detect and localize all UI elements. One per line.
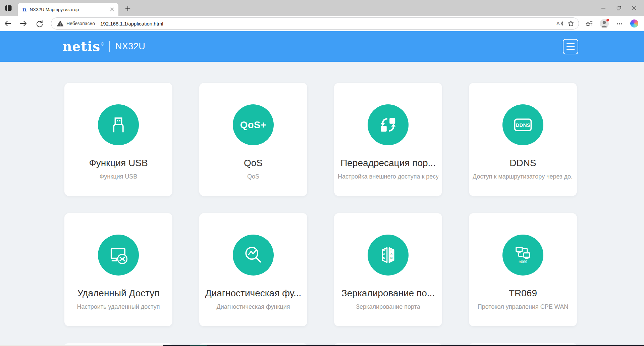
card-port-mirroring[interactable]: WAN LAN Зеркалирование по... Зеркалирова… [334,213,442,326]
card-diagnostics[interactable]: Диагностическая фу... Диагностическая фу… [199,213,307,326]
diagnostics-icon [233,235,274,276]
favorites-list-icon [585,20,593,28]
card-tr069[interactable]: tr069 TR069 Протокол управления CPE WAN [469,213,577,326]
copilot-button[interactable] [630,19,638,28]
card-subtitle: Протокол управления CPE WAN [478,303,568,310]
browser-toolbar: Небезопасно 192.168.1.1/application.html… [0,16,644,31]
card-subtitle: Доступ к маршрутизатору через до... [473,173,573,180]
card-ddns[interactable]: DDNS DDNS Доступ к маршрутизатору через … [469,83,577,196]
window-controls [596,0,642,16]
window-restore-button[interactable] [611,0,627,16]
close-icon [632,6,637,10]
card-subtitle: Зеркалирование порта [356,303,420,310]
not-secure-warning-icon [57,20,64,27]
url-text[interactable]: 192.168.1.1/application.html [100,21,552,27]
remote-access-icon [98,235,139,276]
forward-button[interactable] [19,19,28,28]
favorites-bar-button[interactable] [584,19,594,29]
new-tab-button[interactable] [123,4,132,13]
card-subtitle: Настроить удаленный доступ [77,303,160,310]
refresh-button[interactable] [35,19,44,28]
card-title: Удаленный Доступ [77,288,159,299]
add-favorite-button[interactable] [567,19,575,28]
close-icon [110,7,114,11]
ellipsis-icon [616,20,623,28]
star-icon [567,20,575,27]
card-title: Зеркалирование по... [341,288,435,299]
hamburger-menu-button[interactable] [563,39,578,54]
page-content: Функция USB Функция USB QoS+ QoS QoS [0,62,644,346]
brand-divider [109,41,110,52]
security-status-label[interactable]: Небезопасно [66,21,95,26]
lan-label: LAN [390,248,393,260]
card-port-forwarding[interactable]: Переадресация пор... Настройка внешнего … [334,83,442,196]
qos-icon: QoS+ [233,104,274,145]
card-subtitle: Настройка внешнего доступа к ресу... [338,173,438,180]
router-page-header: netis ® NX32U [0,31,644,62]
refresh-icon [35,19,44,28]
browser-tab[interactable]: n NX32U Маршрутизатор [18,3,118,16]
svg-text:tr069: tr069 [519,260,527,264]
restore-icon [616,6,621,10]
back-arrow-icon [3,19,12,28]
model-name: NX32U [115,41,146,52]
card-subtitle: Диагностическая функция [216,303,290,310]
address-bar[interactable]: Небезопасно 192.168.1.1/application.html… [51,17,579,30]
settings-menu-button[interactable] [615,19,624,29]
card-title: QoS [244,158,263,168]
tab-close-button[interactable] [109,6,115,12]
site-favicon-icon: n [22,7,26,12]
card-title: TR069 [509,288,537,299]
registered-mark: ® [101,42,104,47]
window-close-button[interactable] [627,0,642,16]
card-subtitle: QoS [247,173,259,180]
card-subtitle: Функция USB [100,173,138,180]
card-title: Функция USB [89,158,148,168]
port-forward-icon [368,104,409,145]
card-title: Диагностическая фу... [205,288,302,299]
netis-logo: netis [62,40,100,53]
port-mirror-icon: WAN LAN [368,235,409,276]
ddns-icon: DDNS [502,104,543,145]
notification-dot [606,18,609,22]
tab-title: NX32U Маршрутизатор [30,7,106,12]
read-aloud-icon: A [555,19,564,28]
card-title: DDNS [509,158,536,168]
back-button[interactable] [3,19,12,28]
brand: netis ® NX32U [62,40,145,53]
svg-text:DDNS: DDNS [516,122,530,128]
plus-icon [125,6,131,12]
feature-card-grid: Функция USB Функция USB QoS+ QoS QoS [64,83,577,326]
card-usb-function[interactable]: Функция USB Функция USB [64,83,172,196]
forward-arrow-icon [19,19,28,28]
hamburger-icon [567,43,575,44]
minimize-icon [601,6,606,10]
profile-button[interactable] [600,19,609,28]
tr069-icon: tr069 [502,235,543,276]
card-remote-access[interactable]: Удаленный Доступ Настроить удаленный дос… [64,213,172,326]
tab-actions-button[interactable] [4,4,13,12]
card-title: Переадресация пор... [340,158,436,168]
svg-text:A: A [556,21,559,26]
window-minimize-button[interactable] [596,0,611,16]
read-aloud-button[interactable]: A [555,19,564,28]
taskbar-edge [0,345,644,346]
tab-actions-icon [4,4,13,12]
usb-icon [98,104,139,145]
wan-label: WAN [382,248,385,260]
card-qos[interactable]: QoS+ QoS QoS [199,83,307,196]
browser-tab-strip: n NX32U Маршрутизатор [0,0,644,16]
